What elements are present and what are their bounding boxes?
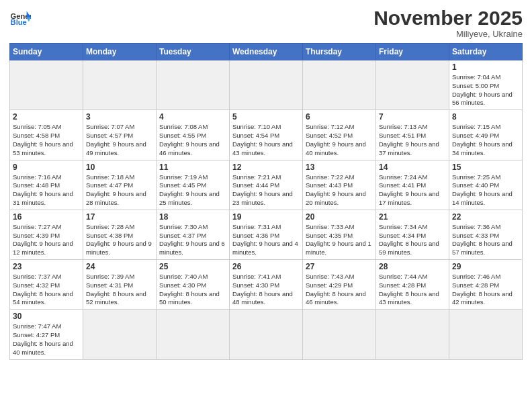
- svg-text:Blue: Blue: [11, 18, 27, 26]
- calendar-day-cell: [157, 60, 230, 110]
- header: General Blue General Blue November 2025 …: [9, 7, 523, 39]
- day-number: 11: [159, 163, 226, 172]
- calendar-day-cell: 29Sunrise: 7:46 AM Sunset: 4:28 PM Dayli…: [449, 260, 523, 310]
- calendar-day-cell: 3Sunrise: 7:07 AM Sunset: 4:57 PM Daylig…: [83, 110, 157, 160]
- day-info: Sunrise: 7:31 AM Sunset: 4:36 PM Dayligh…: [232, 223, 300, 257]
- month-title: November 2025: [373, 7, 523, 29]
- calendar-day-cell: [230, 60, 303, 110]
- calendar-day-cell: 6Sunrise: 7:12 AM Sunset: 4:52 PM Daylig…: [303, 110, 376, 160]
- calendar-day-cell: 22Sunrise: 7:36 AM Sunset: 4:33 PM Dayli…: [449, 210, 523, 259]
- day-number: 10: [86, 163, 153, 172]
- logo: General Blue General Blue: [9, 7, 31, 28]
- day-number: 1: [452, 62, 519, 72]
- weekday-header-friday: Friday: [376, 44, 449, 60]
- day-info: Sunrise: 7:44 AM Sunset: 4:28 PM Dayligh…: [379, 273, 446, 307]
- calendar-day-cell: 10Sunrise: 7:18 AM Sunset: 4:47 PM Dayli…: [83, 160, 157, 210]
- calendar-day-cell: 24Sunrise: 7:39 AM Sunset: 4:31 PM Dayli…: [83, 260, 157, 310]
- title-block: November 2025 Miliyeve, Ukraine: [373, 7, 523, 39]
- generalblue-logo-icon: General Blue: [9, 7, 31, 28]
- day-info: Sunrise: 7:10 AM Sunset: 4:54 PM Dayligh…: [232, 123, 300, 157]
- location: Miliyeve, Ukraine: [373, 29, 523, 39]
- day-number: 9: [13, 163, 80, 172]
- day-number: 19: [232, 212, 300, 222]
- calendar-day-cell: 14Sunrise: 7:24 AM Sunset: 4:41 PM Dayli…: [376, 160, 449, 210]
- day-number: 26: [232, 262, 300, 271]
- calendar-day-cell: [83, 60, 157, 110]
- day-info: Sunrise: 7:37 AM Sunset: 4:32 PM Dayligh…: [13, 273, 80, 307]
- calendar-day-cell: 23Sunrise: 7:37 AM Sunset: 4:32 PM Dayli…: [10, 260, 83, 310]
- calendar-day-cell: 17Sunrise: 7:28 AM Sunset: 4:38 PM Dayli…: [83, 210, 157, 259]
- day-info: Sunrise: 7:27 AM Sunset: 4:39 PM Dayligh…: [13, 223, 80, 257]
- calendar-day-cell: [376, 60, 449, 110]
- weekday-header-wednesday: Wednesday: [230, 44, 303, 60]
- calendar-week-row: 2Sunrise: 7:05 AM Sunset: 4:58 PM Daylig…: [10, 110, 523, 160]
- calendar-day-cell: [303, 60, 376, 110]
- calendar-day-cell: [83, 310, 157, 359]
- calendar-day-cell: [303, 310, 376, 359]
- day-number: 13: [306, 163, 373, 172]
- calendar-day-cell: 11Sunrise: 7:19 AM Sunset: 4:45 PM Dayli…: [157, 160, 230, 210]
- calendar-day-cell: 4Sunrise: 7:08 AM Sunset: 4:55 PM Daylig…: [157, 110, 230, 160]
- day-number: 30: [13, 312, 80, 321]
- day-number: 27: [306, 262, 373, 271]
- day-info: Sunrise: 7:25 AM Sunset: 4:40 PM Dayligh…: [452, 173, 519, 208]
- calendar-day-cell: [449, 310, 523, 359]
- calendar-day-cell: 1Sunrise: 7:04 AM Sunset: 5:00 PM Daylig…: [449, 60, 523, 110]
- calendar-day-cell: 21Sunrise: 7:34 AM Sunset: 4:34 PM Dayli…: [376, 210, 449, 259]
- day-info: Sunrise: 7:43 AM Sunset: 4:29 PM Dayligh…: [306, 273, 373, 307]
- day-number: 14: [379, 163, 446, 172]
- calendar-week-row: 30Sunrise: 7:47 AM Sunset: 4:27 PM Dayli…: [10, 310, 523, 359]
- calendar-day-cell: [157, 310, 230, 359]
- day-info: Sunrise: 7:04 AM Sunset: 5:00 PM Dayligh…: [452, 73, 519, 107]
- day-number: 17: [86, 212, 153, 222]
- day-number: 4: [159, 112, 226, 122]
- weekday-header-tuesday: Tuesday: [157, 44, 230, 60]
- day-info: Sunrise: 7:15 AM Sunset: 4:49 PM Dayligh…: [452, 123, 519, 157]
- day-info: Sunrise: 7:30 AM Sunset: 4:37 PM Dayligh…: [159, 223, 226, 257]
- calendar-day-cell: 19Sunrise: 7:31 AM Sunset: 4:36 PM Dayli…: [230, 210, 303, 259]
- weekday-header-saturday: Saturday: [449, 44, 523, 60]
- day-info: Sunrise: 7:39 AM Sunset: 4:31 PM Dayligh…: [86, 273, 153, 307]
- day-number: 29: [452, 262, 519, 271]
- day-number: 16: [13, 212, 80, 222]
- day-number: 23: [13, 262, 80, 271]
- calendar-day-cell: 8Sunrise: 7:15 AM Sunset: 4:49 PM Daylig…: [449, 110, 523, 160]
- calendar-day-cell: 13Sunrise: 7:22 AM Sunset: 4:43 PM Dayli…: [303, 160, 376, 210]
- day-number: 2: [13, 112, 80, 122]
- day-info: Sunrise: 7:34 AM Sunset: 4:34 PM Dayligh…: [379, 223, 446, 257]
- calendar-day-cell: 25Sunrise: 7:40 AM Sunset: 4:30 PM Dayli…: [157, 260, 230, 310]
- day-number: 25: [159, 262, 226, 271]
- calendar-day-cell: 9Sunrise: 7:16 AM Sunset: 4:48 PM Daylig…: [10, 160, 83, 210]
- day-info: Sunrise: 7:36 AM Sunset: 4:33 PM Dayligh…: [452, 223, 519, 257]
- calendar-week-row: 16Sunrise: 7:27 AM Sunset: 4:39 PM Dayli…: [10, 210, 523, 259]
- day-number: 12: [232, 163, 300, 172]
- day-info: Sunrise: 7:07 AM Sunset: 4:57 PM Dayligh…: [86, 123, 153, 157]
- calendar-day-cell: 20Sunrise: 7:33 AM Sunset: 4:35 PM Dayli…: [303, 210, 376, 259]
- day-number: 28: [379, 262, 446, 271]
- day-number: 3: [86, 112, 153, 122]
- day-info: Sunrise: 7:24 AM Sunset: 4:41 PM Dayligh…: [379, 173, 446, 208]
- day-info: Sunrise: 7:33 AM Sunset: 4:35 PM Dayligh…: [306, 223, 373, 257]
- day-number: 22: [452, 212, 519, 222]
- day-info: Sunrise: 7:12 AM Sunset: 4:52 PM Dayligh…: [306, 123, 373, 157]
- calendar-day-cell: 15Sunrise: 7:25 AM Sunset: 4:40 PM Dayli…: [449, 160, 523, 210]
- calendar-day-cell: [376, 310, 449, 359]
- weekday-header-sunday: Sunday: [10, 44, 83, 60]
- day-info: Sunrise: 7:40 AM Sunset: 4:30 PM Dayligh…: [159, 273, 226, 307]
- calendar-day-cell: 26Sunrise: 7:41 AM Sunset: 4:30 PM Dayli…: [230, 260, 303, 310]
- day-info: Sunrise: 7:21 AM Sunset: 4:44 PM Dayligh…: [232, 173, 300, 208]
- calendar-day-cell: [230, 310, 303, 359]
- day-info: Sunrise: 7:46 AM Sunset: 4:28 PM Dayligh…: [452, 273, 519, 307]
- page: General Blue General Blue November 2025 …: [0, 0, 532, 411]
- calendar-day-cell: 16Sunrise: 7:27 AM Sunset: 4:39 PM Dayli…: [10, 210, 83, 259]
- calendar-week-row: 1Sunrise: 7:04 AM Sunset: 5:00 PM Daylig…: [10, 60, 523, 110]
- day-info: Sunrise: 7:19 AM Sunset: 4:45 PM Dayligh…: [159, 173, 226, 208]
- day-info: Sunrise: 7:47 AM Sunset: 4:27 PM Dayligh…: [13, 322, 80, 357]
- day-number: 18: [159, 212, 226, 222]
- day-info: Sunrise: 7:05 AM Sunset: 4:58 PM Dayligh…: [13, 123, 80, 157]
- day-number: 15: [452, 163, 519, 172]
- weekday-header-thursday: Thursday: [303, 44, 376, 60]
- weekday-header-monday: Monday: [83, 44, 157, 60]
- day-info: Sunrise: 7:28 AM Sunset: 4:38 PM Dayligh…: [86, 223, 153, 257]
- calendar-week-row: 9Sunrise: 7:16 AM Sunset: 4:48 PM Daylig…: [10, 160, 523, 210]
